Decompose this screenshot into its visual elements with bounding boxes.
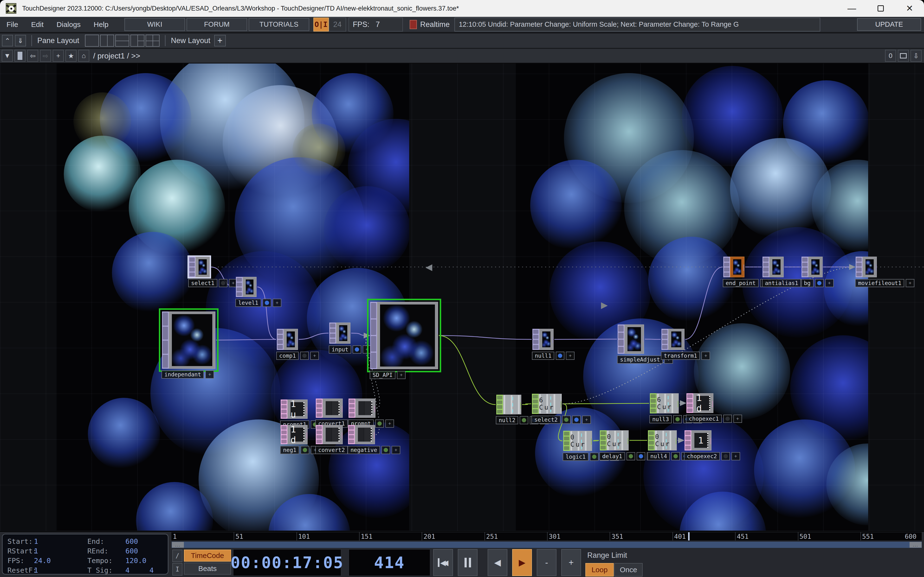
level-counter[interactable]: 0	[885, 50, 896, 62]
node-end_point[interactable]: end_point+	[723, 256, 745, 277]
node-viewer[interactable]: 6 Cur	[539, 394, 562, 414]
node-flag-icon[interactable]	[763, 268, 769, 272]
realtime-checkbox[interactable]	[410, 20, 417, 29]
node-flag-icon[interactable]	[330, 334, 335, 338]
node-output-port[interactable]	[374, 432, 375, 439]
node-flag-icon[interactable]	[349, 426, 354, 430]
timeline-field-value[interactable]: 600	[125, 537, 138, 545]
node-flag-icon[interactable]	[533, 404, 538, 408]
node-flag-icon[interactable]	[371, 353, 376, 368]
forward-icon[interactable]: ⇨	[40, 50, 51, 62]
node-flag-icon[interactable]	[662, 340, 667, 344]
back-icon[interactable]: ⇦	[27, 50, 38, 62]
node-label[interactable]: bg	[801, 279, 814, 287]
maximize-button[interactable]	[866, 0, 895, 17]
node-output-port[interactable]	[375, 406, 375, 412]
node-flag-icon[interactable]	[371, 303, 376, 318]
add-bookmark-icon[interactable]: +	[53, 50, 64, 62]
node-flag-icon[interactable]	[564, 442, 569, 445]
node-output-port[interactable]	[712, 401, 713, 407]
jump-down-icon[interactable]: ⇩	[911, 50, 922, 62]
node-flag-icon[interactable]	[189, 268, 195, 272]
node-moviefileout1[interactable]: moviefileout1+	[856, 256, 877, 277]
node-expand-button[interactable]: +	[273, 299, 281, 307]
node-viewer[interactable]	[730, 256, 745, 277]
node-flag-icon[interactable]	[317, 404, 322, 408]
node-flag-icon[interactable]	[317, 426, 322, 430]
frame-ruler[interactable]: 151101151201251301351401451501551600	[171, 532, 922, 540]
node-flag-icon[interactable]	[281, 430, 287, 434]
node-logic1[interactable]: 0 Curlogic1+	[563, 431, 592, 451]
node-label[interactable]: select2	[531, 416, 561, 424]
node-level1[interactable]: level1+	[236, 277, 257, 297]
node-flag-icon[interactable]	[533, 409, 538, 413]
node-flag-icon[interactable]	[687, 408, 693, 412]
node-output-port[interactable]	[342, 432, 343, 439]
node-null1[interactable]: null1+	[532, 329, 554, 350]
node-flag-icon[interactable]	[724, 263, 729, 267]
node-output-port[interactable]	[552, 337, 554, 343]
node-flag-icon[interactable]	[618, 347, 624, 353]
node-flag-icon[interactable]	[651, 399, 656, 403]
node-label[interactable]: moviefileout1	[855, 279, 904, 287]
node-select2[interactable]: 6 Curselect2+	[532, 394, 562, 414]
save-pane-icon[interactable]: ⇓	[15, 35, 26, 47]
node-label[interactable]: input	[329, 345, 351, 353]
node-prompt[interactable]: prompt+	[349, 398, 375, 418]
node-flag-icon[interactable]	[163, 313, 168, 326]
node-label[interactable]: SD_API	[370, 371, 396, 379]
node-flag-icon[interactable]	[330, 324, 335, 327]
node-expand-button[interactable]: +	[906, 279, 914, 287]
node-flag-icon[interactable]	[763, 263, 769, 267]
layout-grid-icon[interactable]	[145, 35, 160, 47]
node-flag-icon[interactable]	[163, 327, 168, 340]
node-flag-icon[interactable]	[349, 400, 355, 403]
node-flag-icon[interactable]	[278, 335, 283, 339]
node-flag-icon[interactable]	[856, 258, 862, 262]
node-viewer[interactable]: 0 Cur	[655, 430, 677, 450]
node-flag-icon[interactable]	[685, 431, 691, 435]
node-output-port[interactable]	[520, 402, 521, 409]
node-expand-button[interactable]: +	[732, 452, 740, 460]
node-flag-icon[interactable]	[601, 431, 606, 435]
node-flag-icon[interactable]	[687, 404, 693, 408]
node-flag-icon[interactable]	[189, 263, 195, 267]
node-label[interactable]: null2	[496, 416, 518, 424]
node-prompt1[interactable]: 1 uprompt1+	[281, 400, 308, 419]
layout-two-columns-icon[interactable]	[100, 35, 114, 47]
node-null4[interactable]: 0 Curnull4+	[648, 430, 677, 450]
node-flag-icon[interactable]	[317, 413, 322, 417]
node-expand-button[interactable]: +	[566, 351, 575, 360]
node-flag-icon[interactable]	[237, 292, 242, 296]
node-flag-icon[interactable]	[618, 333, 624, 339]
play-button[interactable]: ▶	[512, 549, 532, 576]
node-flag-icon[interactable]	[330, 338, 335, 343]
node-label[interactable]: logic1	[563, 453, 588, 461]
node-flag-icon[interactable]	[856, 268, 862, 272]
node-flag-icon[interactable]	[618, 326, 624, 332]
node-flag-icon[interactable]	[533, 335, 538, 339]
node-label[interactable]: chopexec2	[684, 452, 720, 460]
node-viewer[interactable]	[355, 425, 375, 444]
node-flag-icon[interactable]	[278, 330, 283, 334]
node-output-port[interactable]	[676, 438, 677, 444]
node-flag-icon[interactable]	[533, 340, 538, 344]
node-viewer[interactable]	[323, 425, 343, 444]
jump-to-start-button[interactable]: ◀◀	[433, 549, 453, 576]
node-label[interactable]: delay1	[599, 452, 625, 460]
node-expand-button[interactable]: +	[825, 279, 834, 287]
node-null3[interactable]: 6 Curnull3+	[650, 393, 679, 413]
star-icon[interactable]: ★	[65, 50, 76, 62]
node-flag-icon[interactable]	[724, 258, 729, 262]
operator-io-toggle[interactable]: O|I	[313, 18, 329, 32]
node-label[interactable]: convert2	[315, 446, 348, 454]
node-viewer[interactable]	[336, 322, 351, 344]
node-label[interactable]: chopexec1	[686, 415, 722, 423]
node-flag-icon[interactable]	[763, 258, 769, 262]
node-output-port[interactable]	[822, 264, 823, 271]
layout-two-rows-icon[interactable]	[115, 35, 129, 47]
node-flag-icon[interactable]	[317, 409, 322, 412]
node-flag-icon[interactable]	[497, 405, 502, 409]
node-flag-icon[interactable]	[163, 355, 168, 368]
node-flag-icon[interactable]	[497, 396, 502, 400]
